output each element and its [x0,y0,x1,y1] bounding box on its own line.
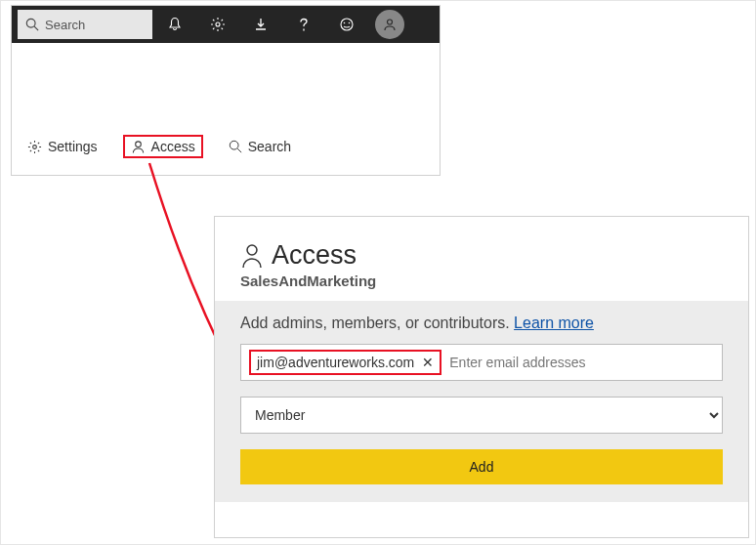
email-placeholder: Enter email addresses [449,355,585,370]
svg-point-0 [26,19,35,27]
svg-point-8 [135,141,141,147]
topbar: Search [12,6,440,43]
svg-point-4 [344,22,346,24]
user-icon [382,17,398,32]
global-search-input[interactable]: Search [18,10,152,39]
tab-search[interactable]: Search [223,135,297,158]
access-header: Access SalesAndMarketing [215,217,748,301]
svg-point-7 [33,145,37,148]
settings-icon[interactable] [197,6,238,43]
svg-point-6 [388,20,393,24]
add-button[interactable]: Add [240,449,723,484]
person-icon [240,242,264,270]
email-input[interactable]: jim@adventureworks.com ✕ Enter email add… [240,344,723,381]
email-chip[interactable]: jim@adventureworks.com ✕ [249,350,441,375]
svg-point-2 [216,22,220,26]
svg-line-1 [34,26,38,30]
tab-access-label: Access [151,139,195,154]
svg-point-12 [247,245,257,255]
svg-point-9 [230,141,238,149]
search-icon [229,140,242,153]
tab-search-label: Search [248,139,291,154]
avatar [375,10,404,39]
gear-icon [27,140,42,154]
person-icon [131,140,146,154]
role-select[interactable]: Member [240,397,723,434]
access-panel: Access SalesAndMarketing Add admins, mem… [214,216,749,538]
global-search-placeholder: Search [45,18,85,32]
access-subtitle: SalesAndMarketing [240,272,723,289]
help-icon[interactable] [283,6,324,43]
access-title: Access [240,240,723,271]
access-body: Add admins, members, or contributors. Le… [215,301,748,502]
search-icon [25,18,39,31]
learn-more-link[interactable]: Learn more [514,314,594,331]
toolbar-panel: Search Settings Access [11,5,441,176]
tab-settings[interactable]: Settings [21,135,104,158]
tab-access[interactable]: Access [123,135,203,158]
tab-settings-label: Settings [48,139,98,154]
svg-point-3 [341,19,353,30]
tabbar: Settings Access Search [12,126,440,167]
feedback-icon[interactable] [326,6,367,43]
email-chip-text: jim@adventureworks.com [257,355,414,370]
notifications-icon[interactable] [154,6,195,43]
svg-point-5 [349,22,351,24]
close-icon[interactable]: ✕ [422,355,434,370]
access-prompt: Add admins, members, or contributors. Le… [240,314,723,332]
download-icon[interactable] [240,6,281,43]
svg-line-10 [237,148,241,152]
profile-button[interactable] [369,6,410,43]
